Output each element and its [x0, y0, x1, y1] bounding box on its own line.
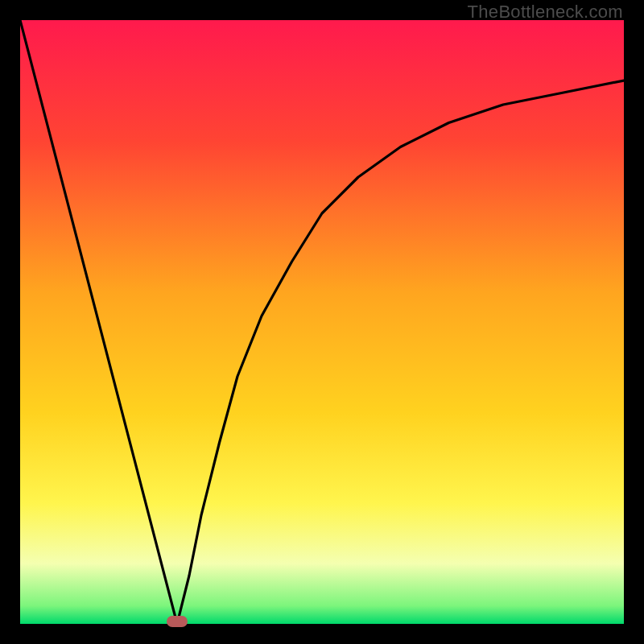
optimal-point-marker [167, 616, 188, 627]
chart-stage: TheBottleneck.com [0, 0, 644, 644]
bottleneck-curve [20, 20, 624, 624]
watermark-text: TheBottleneck.com [468, 2, 623, 23]
